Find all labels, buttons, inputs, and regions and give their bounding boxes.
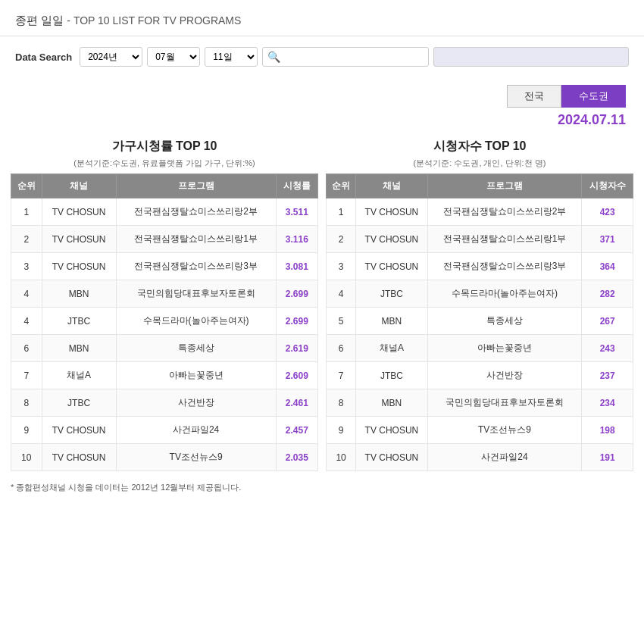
table-row: 4 JTBC 수목드라마(놀아주는여자) 282 bbox=[327, 280, 633, 308]
rank-cell: 10 bbox=[327, 444, 356, 471]
program-cell: 특종세상 bbox=[116, 335, 276, 362]
month-select[interactable]: 07월 bbox=[147, 47, 200, 67]
program-cell: 사건반장 bbox=[116, 389, 276, 417]
rank-cell: 7 bbox=[11, 362, 42, 389]
program-cell: 사건파일24 bbox=[116, 417, 276, 444]
program-cell: 수목드라마(놀아주는여자) bbox=[116, 308, 276, 335]
rating-cell: 2.699 bbox=[276, 280, 317, 308]
rank-cell: 7 bbox=[327, 362, 356, 389]
rating-cell: 2.457 bbox=[276, 417, 317, 444]
channel-cell: JTBC bbox=[356, 362, 428, 389]
program-cell: 아빠는꽃중년 bbox=[116, 362, 276, 389]
left-table-subtitle: (분석기준:수도권, 유료플랫폼 가입 가구, 단위:%) bbox=[11, 158, 318, 169]
viewers-cell: 198 bbox=[582, 417, 633, 444]
rating-cell: 2.461 bbox=[276, 389, 317, 417]
table-row: 2 TV CHOSUN 전국팬심쟁탈쇼미스쓰리랑1부 371 bbox=[327, 226, 633, 253]
tables-container: 가구시청률 TOP 10 (분석기준:수도권, 유료플랫폼 가입 가구, 단위:… bbox=[0, 134, 644, 471]
search-input[interactable] bbox=[283, 52, 420, 62]
channel-cell: MBN bbox=[42, 335, 116, 362]
date-display: 2024.07.11 bbox=[0, 109, 644, 134]
household-rating-table: 순위 채널 프로그램 시청률 1 TV CHOSUN 전국팬심쟁탈쇼미스쓰리랑2… bbox=[11, 174, 318, 471]
table-row: 6 채널A 아빠는꽃중년 243 bbox=[327, 335, 633, 362]
program-cell: TV조선뉴스9 bbox=[116, 444, 276, 471]
channel-cell: TV CHOSUN bbox=[42, 444, 116, 471]
rank-cell: 6 bbox=[11, 335, 42, 362]
region-btn-metro[interactable]: 수도권 bbox=[561, 85, 626, 108]
page-title: 종편 일일 bbox=[15, 14, 64, 27]
table-row: 10 TV CHOSUN 사건파일24 191 bbox=[327, 444, 633, 471]
search-bar: Data Search 2024년 07월 11일 🔍 bbox=[0, 36, 644, 77]
rating-cell: 2.699 bbox=[276, 308, 317, 335]
channel-cell: 채널A bbox=[356, 335, 428, 362]
search-button[interactable]: 🔍 bbox=[267, 51, 280, 63]
col-channel-left: 채널 bbox=[42, 174, 116, 199]
page-subtitle: - TOP 10 LIST FOR TV PROGRAMS bbox=[67, 14, 241, 27]
channel-cell: TV CHOSUN bbox=[356, 199, 428, 226]
page-header: 종편 일일 - TOP 10 LIST FOR TV PROGRAMS bbox=[0, 0, 644, 36]
viewer-count-section: 시청자수 TOP 10 (분석기준: 수도권, 개인, 단위:천 명) 순위 채… bbox=[326, 134, 633, 471]
table-row: 8 JTBC 사건반장 2.461 bbox=[11, 389, 318, 417]
right-table-title: 시청자수 TOP 10 bbox=[326, 134, 633, 156]
region-btn-national[interactable]: 전국 bbox=[507, 85, 561, 108]
rating-cell: 2.035 bbox=[276, 444, 317, 471]
program-cell: 전국팬심쟁탈쇼미스쓰리랑3부 bbox=[116, 253, 276, 280]
table-row: 1 TV CHOSUN 전국팬심쟁탈쇼미스쓰리랑2부 423 bbox=[327, 199, 633, 226]
viewers-cell: 371 bbox=[582, 226, 633, 253]
viewers-cell: 267 bbox=[582, 308, 633, 335]
viewers-cell: 282 bbox=[582, 280, 633, 308]
search-label: Data Search bbox=[15, 52, 72, 63]
program-cell: 국민의힘당대표후보자토론회 bbox=[116, 280, 276, 308]
channel-cell: TV CHOSUN bbox=[356, 444, 428, 471]
channel-cell: MBN bbox=[356, 308, 428, 335]
channel-cell: TV CHOSUN bbox=[42, 253, 116, 280]
program-cell: 국민의힘당대표후보자토론회 bbox=[427, 389, 582, 417]
table-row: 10 TV CHOSUN TV조선뉴스9 2.035 bbox=[11, 444, 318, 471]
rank-cell: 1 bbox=[11, 199, 42, 226]
program-cell: 전국팬심쟁탈쇼미스쓰리랑2부 bbox=[427, 199, 582, 226]
table-row: 5 MBN 특종세상 267 bbox=[327, 308, 633, 335]
rank-cell: 1 bbox=[327, 199, 356, 226]
table-row: 8 MBN 국민의힘당대표후보자토론회 234 bbox=[327, 389, 633, 417]
col-rank-left: 순위 bbox=[11, 174, 42, 199]
rank-cell: 9 bbox=[327, 417, 356, 444]
rank-cell: 3 bbox=[11, 253, 42, 280]
rank-cell: 6 bbox=[327, 335, 356, 362]
program-cell: 전국팬심쟁탈쇼미스쓰리랑2부 bbox=[116, 199, 276, 226]
day-select[interactable]: 11일 bbox=[205, 47, 258, 67]
program-cell: 사건파일24 bbox=[427, 444, 582, 471]
rank-cell: 4 bbox=[327, 280, 356, 308]
rank-cell: 4 bbox=[11, 280, 42, 308]
program-cell: TV조선뉴스9 bbox=[427, 417, 582, 444]
year-select[interactable]: 2024년 bbox=[80, 47, 142, 67]
table-row: 9 TV CHOSUN 사건파일24 2.457 bbox=[11, 417, 318, 444]
table-row: 7 채널A 아빠는꽃중년 2.609 bbox=[11, 362, 318, 389]
rank-cell: 8 bbox=[327, 389, 356, 417]
table-row: 6 MBN 특종세상 2.619 bbox=[11, 335, 318, 362]
viewers-cell: 423 bbox=[582, 199, 633, 226]
col-rating-left: 시청률 bbox=[276, 174, 317, 199]
program-cell: 수목드라마(놀아주는여자) bbox=[427, 280, 582, 308]
rank-cell: 9 bbox=[11, 417, 42, 444]
table-row: 2 TV CHOSUN 전국팬심쟁탈쇼미스쓰리랑1부 3.116 bbox=[11, 226, 318, 253]
table-row: 3 TV CHOSUN 전국팬심쟁탈쇼미스쓰리랑3부 364 bbox=[327, 253, 633, 280]
left-table-title: 가구시청률 TOP 10 bbox=[11, 134, 318, 156]
channel-cell: MBN bbox=[356, 389, 428, 417]
rank-cell: 2 bbox=[327, 226, 356, 253]
viewers-cell: 237 bbox=[582, 362, 633, 389]
channel-cell: MBN bbox=[42, 280, 116, 308]
rating-cell: 2.619 bbox=[276, 335, 317, 362]
col-program-right: 프로그램 bbox=[427, 174, 582, 199]
program-cell: 전국팬심쟁탈쇼미스쓰리랑1부 bbox=[427, 226, 582, 253]
channel-cell: JTBC bbox=[42, 308, 116, 335]
table-row: 3 TV CHOSUN 전국팬심쟁탈쇼미스쓰리랑3부 3.081 bbox=[11, 253, 318, 280]
rating-cell: 3.511 bbox=[276, 199, 317, 226]
viewers-cell: 191 bbox=[582, 444, 633, 471]
program-cell: 전국팬심쟁탈쇼미스쓰리랑1부 bbox=[116, 226, 276, 253]
table-row: 4 JTBC 수목드라마(놀아주는여자) 2.699 bbox=[11, 308, 318, 335]
channel-cell: TV CHOSUN bbox=[42, 226, 116, 253]
footnote: * 종합편성채널 시청을 데이터는 2012년 12월부터 제공됩니다. bbox=[0, 471, 644, 501]
col-channel-right: 채널 bbox=[356, 174, 428, 199]
rank-cell: 10 bbox=[11, 444, 42, 471]
program-cell: 아빠는꽃중년 bbox=[427, 335, 582, 362]
table-row: 4 MBN 국민의힘당대표후보자토론회 2.699 bbox=[11, 280, 318, 308]
